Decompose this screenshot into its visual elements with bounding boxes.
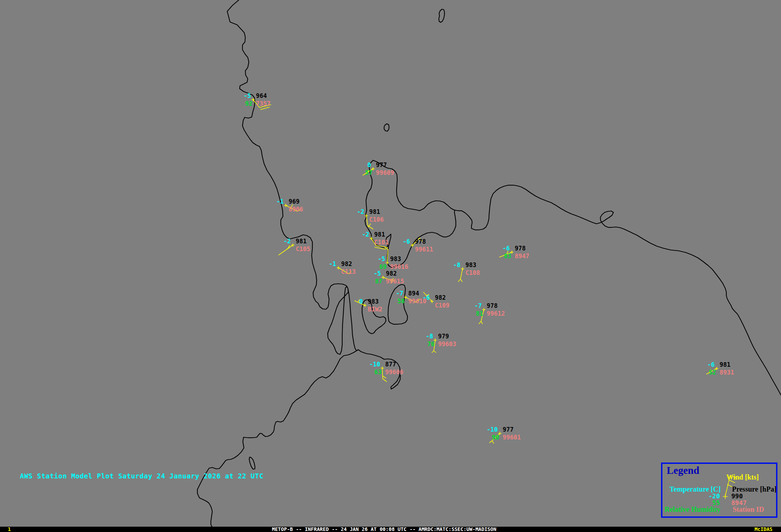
legend-humidity-label: Relative Humidity — [665, 505, 720, 514]
wind-barb — [383, 376, 386, 378]
wind-barb — [424, 292, 432, 301]
coastline-bay-arc — [373, 160, 781, 395]
wind-barb — [253, 100, 271, 107]
wind-barb — [490, 441, 492, 443]
map-canvas[interactable] — [0, 0, 781, 527]
wind-barb — [481, 310, 484, 321]
wind-barb — [426, 294, 429, 296]
island-small — [384, 124, 389, 131]
wind-barb — [420, 238, 422, 241]
legend-example-pressure: 990 — [731, 492, 743, 500]
mcidas-brand: McIDAS — [754, 527, 772, 532]
wind-barb — [363, 169, 373, 175]
status-bar: 1 METOP-B -- INFRARED -- 24 JAN 26 AT 00… — [0, 527, 781, 532]
legend-station-id-label: Station ID — [733, 505, 764, 514]
wind-barbs-layer — [252, 98, 718, 443]
wind-barb — [371, 238, 388, 248]
wind-barb — [387, 249, 388, 263]
wind-barb — [434, 351, 436, 353]
wind-barb — [383, 379, 387, 382]
status-text: METOP-B -- INFRARED -- 24 JAN 26 AT 00:0… — [272, 527, 496, 532]
wind-barb — [338, 268, 351, 274]
coastline-peninsula — [365, 160, 456, 267]
coastline-southwest — [197, 350, 358, 527]
wind-barb — [261, 107, 269, 110]
island-894 — [388, 284, 408, 324]
frame-number[interactable]: 1 — [8, 527, 11, 532]
island-biw2 — [362, 300, 386, 334]
wind-barb — [706, 368, 717, 374]
coastline-paths — [197, 0, 781, 527]
wind-barb — [492, 433, 500, 441]
wind-barb — [460, 279, 462, 282]
wind-barb — [499, 252, 512, 257]
island-north — [439, 9, 444, 22]
coastline-west — [227, 0, 400, 389]
plot-title: AWS Station Model Plot Saturday 24 Janua… — [20, 472, 263, 480]
wind-barb — [291, 205, 293, 207]
mcidas-image-window[interactable]: -596492735709775799609-19698906-2981C106… — [0, 0, 781, 532]
wind-barb — [279, 245, 293, 255]
legend-example-temperature: -20 — [700, 492, 720, 500]
wind-barb — [358, 300, 359, 302]
islet-south — [249, 457, 255, 469]
wind-barb — [432, 351, 434, 353]
wind-barb — [458, 279, 460, 282]
wind-barb — [460, 269, 463, 279]
wind-barb — [412, 238, 420, 245]
wind-barb — [479, 321, 481, 324]
wind-barb — [492, 441, 494, 443]
wind-barb — [286, 205, 300, 211]
legend: Legend Wind [kts] Temperature [C] Pressu… — [661, 462, 777, 518]
legend-title: Legend — [667, 465, 699, 476]
wind-barb — [405, 297, 420, 302]
wind-barb — [481, 321, 482, 324]
legend-wind-label: Wind [kts] — [726, 473, 759, 481]
